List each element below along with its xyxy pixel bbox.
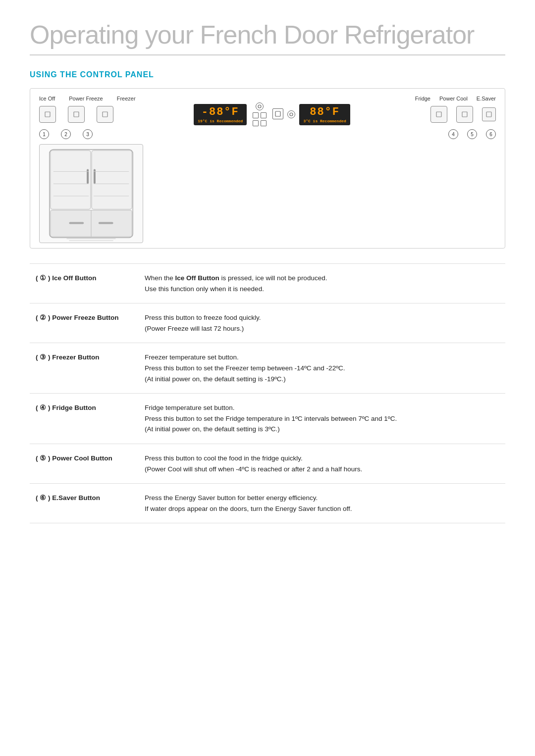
- table-row: ( ④ ) Fridge ButtonFridge temperature se…: [30, 394, 505, 444]
- svg-rect-2: [103, 112, 107, 117]
- panel-top-labels: Ice Off Power Freeze Freezer Fridge Powe…: [39, 96, 496, 101]
- label-fridge: Fridge: [415, 96, 430, 101]
- grid-sq1: [253, 112, 259, 118]
- fridge-display: 88°F 3°C is Recommended: [299, 104, 350, 125]
- num-2: 2: [61, 129, 71, 139]
- panel-buttons-row: -88°F 19°C is Recommended: [39, 102, 496, 126]
- num-3: 3: [83, 129, 93, 139]
- grid-sq3: [253, 120, 259, 126]
- label-ice-off: Ice Off: [39, 96, 55, 101]
- panel-btn-group-right: [430, 106, 496, 123]
- fridge-image: [39, 144, 143, 243]
- panel-display-center: -88°F 19°C is Recommended: [113, 102, 430, 126]
- svg-rect-1: [74, 112, 79, 117]
- num-5: 5: [467, 129, 477, 139]
- num-left: 1 2 3: [39, 129, 93, 139]
- table-row: ( ② ) Power Freeze ButtonPress this butt…: [30, 303, 505, 343]
- num-6: 6: [486, 129, 496, 139]
- fridge-circle-icon: [287, 110, 295, 118]
- panel-labels-left: Ice Off Power Freeze Freezer: [39, 96, 136, 101]
- button-label: ( ⑥ ) E.Saver Button: [30, 484, 139, 523]
- label-power-cool: Power Cool: [439, 96, 468, 101]
- freezer-recommend: 19°C is Recommended: [198, 119, 243, 123]
- ice-off-btn[interactable]: [39, 106, 56, 123]
- table-row: ( ① ) Ice Off ButtonWhen the Ice Off But…: [30, 264, 505, 303]
- button-description: When the Ice Off Button is pressed, ice …: [139, 264, 505, 303]
- esaver-btn[interactable]: [482, 107, 496, 121]
- display-grid-row2: [253, 120, 267, 126]
- button-description: Press this button to cool the food in th…: [139, 444, 505, 483]
- panel-btn-group-left: [39, 106, 113, 123]
- num-4: 4: [448, 129, 458, 139]
- description-table: ( ① ) Ice Off ButtonWhen the Ice Off But…: [30, 263, 505, 523]
- freezer-btn[interactable]: [97, 106, 113, 123]
- grid-sq4: [261, 120, 267, 126]
- button-description: Fridge temperature set button.Press this…: [139, 394, 505, 444]
- label-esaver: E.Saver: [477, 96, 496, 101]
- table-row: ( ⑤ ) Power Cool ButtonPress this button…: [30, 444, 505, 483]
- panel-labels-right: Fridge Power Cool E.Saver: [415, 96, 496, 101]
- label-freezer: Freezer: [117, 96, 136, 101]
- table-row: ( ③ ) Freezer ButtonFreezer temperature …: [30, 343, 505, 394]
- table-row: ( ⑥ ) E.Saver ButtonPress the Energy Sav…: [30, 484, 505, 523]
- freezer-temp: -88°F: [202, 106, 239, 118]
- svg-rect-11: [92, 151, 132, 209]
- num-right: 4 5 6: [448, 129, 496, 139]
- num-1: 1: [39, 129, 49, 139]
- svg-rect-7: [462, 112, 467, 117]
- button-label: ( ③ ) Freezer Button: [30, 343, 139, 394]
- svg-rect-0: [45, 112, 50, 117]
- fridge-icon: [272, 108, 283, 119]
- grid-sq2: [261, 112, 267, 118]
- svg-rect-4: [275, 111, 280, 116]
- freezer-display: -88°F 19°C is Recommended: [194, 104, 247, 125]
- fridge-recommend: 3°C is Recommended: [303, 119, 346, 123]
- svg-rect-6: [436, 112, 441, 117]
- svg-point-5: [290, 113, 293, 116]
- svg-rect-22: [69, 222, 84, 224]
- label-power-freeze: Power Freeze: [69, 96, 103, 101]
- svg-point-3: [258, 105, 261, 108]
- button-label: ( ④ ) Fridge Button: [30, 394, 139, 444]
- control-panel-diagram: Ice Off Power Freeze Freezer Fridge Powe…: [30, 88, 505, 249]
- fridge-temp: 88°F: [310, 106, 340, 118]
- svg-rect-23: [99, 222, 113, 224]
- button-label: ( ⑤ ) Power Cool Button: [30, 444, 139, 483]
- panel-number-row: 1 2 3 4 5 6: [39, 129, 496, 139]
- center-icons: [253, 102, 267, 126]
- fridge-btn[interactable]: [430, 106, 447, 123]
- svg-rect-10: [51, 151, 91, 209]
- display-grid-icon: [253, 112, 267, 118]
- center-icon-circle: [256, 102, 264, 110]
- button-label: ( ② ) Power Freeze Button: [30, 303, 139, 343]
- svg-rect-8: [486, 112, 491, 117]
- button-label: ( ① ) Ice Off Button: [30, 264, 139, 303]
- power-freeze-btn[interactable]: [68, 106, 85, 123]
- power-cool-btn[interactable]: [456, 106, 473, 123]
- section-title: USING THE CONTROL PANEL: [30, 70, 505, 79]
- button-description: Freezer temperature set button.Press thi…: [139, 343, 505, 394]
- button-description: Press this button to freeze food quickly…: [139, 303, 505, 343]
- page-title: Operating your French Door Refrigerator: [30, 20, 505, 55]
- button-description: Press the Energy Saver button for better…: [139, 484, 505, 523]
